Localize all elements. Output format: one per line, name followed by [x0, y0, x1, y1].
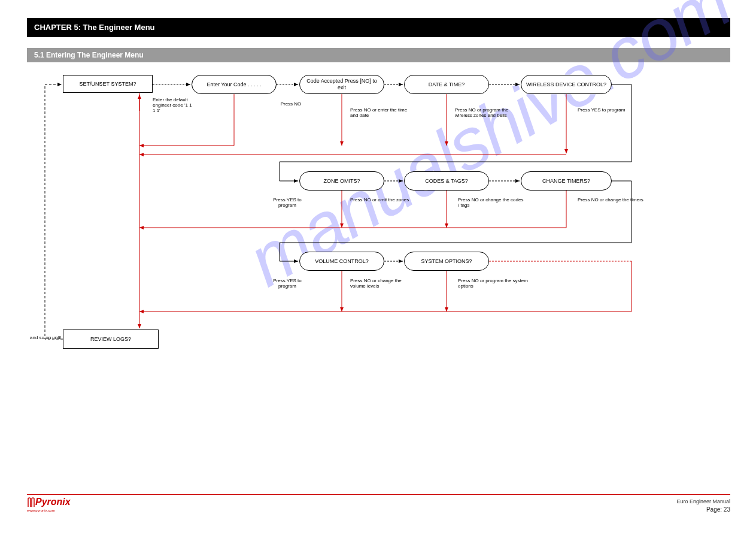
edge-label-system-options: Press NO or program the system options	[458, 279, 530, 289]
edge-label-press-yes-1: Press YES to program	[578, 108, 637, 113]
edge-label-so-on: and so on until	[30, 335, 66, 341]
edge-label-omit-zones: Press NO or omit the zones	[350, 198, 410, 203]
page-number: Page: 23	[706, 506, 730, 513]
edge-label-codes-tags: Press NO or change the codes / tags	[458, 198, 524, 208]
edge-label-enter-code: Enter the default engineer code '1 1 1 1…	[153, 98, 195, 113]
edge-label-change-timers: Press NO or change the timers	[578, 198, 643, 203]
node-system-options: SYSTEM OPTIONS?	[404, 252, 489, 271]
node-change-timers: CHANGE TIMERS?	[521, 171, 612, 191]
edge-label-volume: Press NO or change the volume levels	[350, 279, 416, 289]
node-wireless: WIRELESS DEVICE CONTROL?	[521, 75, 612, 94]
edge-label-press-yes-2: Press YES to program	[269, 198, 305, 208]
node-code-accepted: Code Accepted Press [NO] to exit	[299, 75, 384, 94]
footer-doc-title: Euro Engineer Manual	[676, 498, 730, 504]
node-codes-tags: CODES & TAGS?	[404, 171, 489, 191]
edge-label-press-no-datetime: Press NO or enter the time and date	[350, 108, 410, 119]
edge-label-press-yes-3: Press YES to program	[269, 279, 305, 289]
node-enter-code: Enter Your Code . . . . .	[192, 75, 277, 94]
node-volume: VOLUME CONTROL?	[299, 252, 384, 271]
node-start: SET/UNSET SYSTEM?	[63, 75, 153, 93]
edge-label-press-no-wireless: Press NO or program the wireless zones a…	[455, 108, 527, 119]
brand-logo: Pyronix www.pyronix.com	[27, 497, 71, 512]
node-date-time: DATE & TIME?	[404, 75, 489, 94]
edge-label-press-no-1: Press NO	[276, 102, 306, 107]
footer-separator	[27, 494, 730, 495]
node-zone-omits: ZONE OMITS?	[299, 171, 384, 191]
brand-icon	[27, 497, 35, 509]
node-review-logs: REVIEW LOGS?	[63, 330, 159, 349]
